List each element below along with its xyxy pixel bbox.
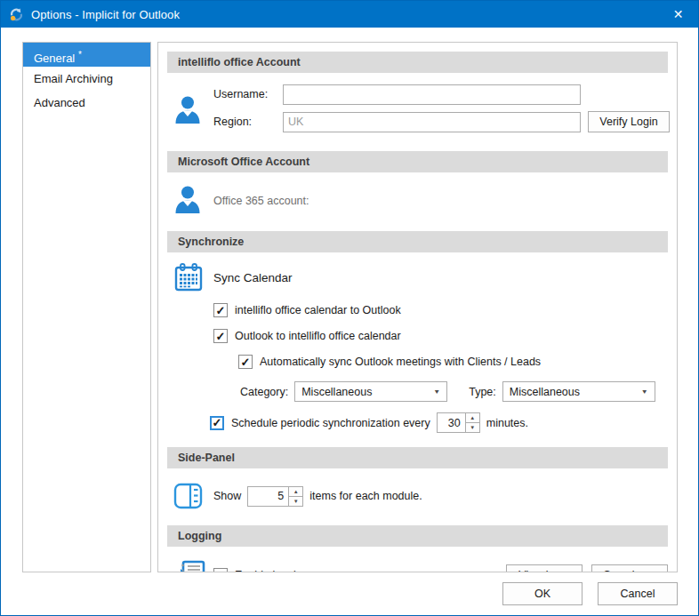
checkbox-row-outlook-to-io: ✓ Outlook to intelliflo office calendar xyxy=(213,327,668,345)
intelliflo-account-block: Username: Region: Verify Login xyxy=(167,84,668,139)
show-suffix: items for each module. xyxy=(309,490,422,502)
check-icon: ✓ xyxy=(241,356,251,368)
section-header-microsoft-account: Microsoft Office Account xyxy=(167,151,668,172)
chevron-down-icon: ▼ xyxy=(433,388,440,396)
stepper-down-icon[interactable]: ▼ xyxy=(288,496,303,507)
side-panel-block: Show 5 ▲ ▼ items for each module. xyxy=(167,479,668,513)
category-type-row: Category: Miscellaneous ▼ Type: Miscella… xyxy=(240,381,668,402)
options-panel: intelliflo office Account Username: xyxy=(157,42,678,572)
stepper-up-icon[interactable]: ▲ xyxy=(465,412,480,422)
type-select[interactable]: Miscellaneous ▼ xyxy=(502,381,655,402)
type-label: Type: xyxy=(469,386,496,398)
check-icon: ✓ xyxy=(216,570,226,573)
schedule-sync-checkbox[interactable]: ✓ xyxy=(210,416,224,430)
options-dialog: Options - Implicit for Outlook ✕ General… xyxy=(0,0,699,616)
check-icon: ✓ xyxy=(213,417,222,428)
checkbox-row-auto-sync: ✓ Automatically sync Outlook meetings wi… xyxy=(238,353,668,371)
outlook-to-io-calendar-label: Outlook to intelliflo office calendar xyxy=(235,330,401,342)
io-calendar-to-outlook-label: intelliflo office calendar to Outlook xyxy=(235,304,401,316)
titlebar: Options - Implicit for Outlook ✕ xyxy=(1,1,698,28)
minutes-value[interactable]: 30 xyxy=(437,412,465,433)
category-label: Category: xyxy=(240,386,288,398)
region-label: Region: xyxy=(213,116,283,128)
account-fields: Username: Region: Verify Login xyxy=(213,84,670,139)
check-icon: ✓ xyxy=(216,305,226,316)
type-selected-value: Miscellaneous xyxy=(510,386,580,398)
sidebar: General * Email Archiving Advanced xyxy=(22,42,151,572)
region-row: Region: Verify Login xyxy=(213,111,670,132)
schedule-sync-row: ✓ Schedule periodic synchronization ever… xyxy=(210,412,668,433)
sidebar-item-email-archiving-label: Email Archiving xyxy=(34,72,113,85)
dialog-content: General * Email Archiving Advanced intel… xyxy=(1,28,698,615)
modified-marker: * xyxy=(78,50,82,60)
items-count-value[interactable]: 5 xyxy=(247,486,288,507)
user-icon xyxy=(167,184,213,218)
username-input[interactable] xyxy=(283,84,581,105)
sidebar-item-general[interactable]: General * xyxy=(23,43,150,67)
io-calendar-to-outlook-checkbox[interactable]: ✓ xyxy=(213,303,228,317)
region-input[interactable] xyxy=(283,112,581,132)
show-label: Show xyxy=(213,490,241,502)
logging-icon xyxy=(167,559,213,572)
category-select[interactable]: Miscellaneous ▼ xyxy=(294,381,447,402)
view-logs-button[interactable]: View Logs xyxy=(506,564,582,572)
username-label: Username: xyxy=(213,88,283,100)
sidebar-item-general-label: General xyxy=(34,52,75,65)
stepper-up-icon[interactable]: ▲ xyxy=(288,486,303,496)
side-panel-icon xyxy=(167,482,213,510)
sidebar-item-advanced[interactable]: Advanced xyxy=(23,91,150,115)
auto-sync-meetings-label: Automatically sync Outlook meetings with… xyxy=(260,356,541,368)
sidebar-item-email-archiving[interactable]: Email Archiving xyxy=(23,67,150,91)
outlook-to-io-calendar-checkbox[interactable]: ✓ xyxy=(213,329,228,343)
user-icon xyxy=(167,94,213,128)
section-header-synchronize: Synchronize xyxy=(167,231,668,252)
office365-account-label: Office 365 account: xyxy=(213,195,309,207)
checkbox-row-io-to-outlook: ✓ intelliflo office calendar to Outlook xyxy=(213,301,668,319)
sync-calendar-label: Sync Calendar xyxy=(213,271,293,284)
logging-block: ✓ Enable logging View Logs Save Logs xyxy=(167,557,668,572)
verify-login-button[interactable]: Verify Login xyxy=(588,111,670,132)
enable-logging-checkbox[interactable]: ✓ xyxy=(213,568,228,572)
window-title: Options - Implicit for Outlook xyxy=(31,8,180,21)
check-icon: ✓ xyxy=(216,331,226,342)
username-row: Username: xyxy=(213,84,670,105)
category-selected-value: Miscellaneous xyxy=(301,386,372,398)
section-header-logging: Logging xyxy=(167,525,668,547)
sidebar-item-advanced-label: Advanced xyxy=(34,96,85,109)
app-sync-icon xyxy=(9,7,24,22)
schedule-sync-label: Schedule periodic synchronization every xyxy=(231,417,430,429)
close-button[interactable]: ✕ xyxy=(658,1,698,28)
save-logs-button[interactable]: Save Logs xyxy=(591,564,668,572)
cancel-button[interactable]: Cancel xyxy=(598,582,678,605)
ok-button[interactable]: OK xyxy=(502,582,582,605)
schedule-sync-suffix: minutes. xyxy=(486,417,528,429)
minutes-stepper[interactable]: 30 ▲ ▼ xyxy=(437,412,480,433)
stepper-down-icon[interactable]: ▼ xyxy=(465,422,480,433)
items-stepper[interactable]: 5 ▲ ▼ xyxy=(247,486,303,507)
enable-logging-label: Enable logging xyxy=(235,569,309,572)
chevron-down-icon: ▼ xyxy=(641,388,648,396)
section-header-side-panel: Side-Panel xyxy=(167,447,668,468)
calendar-icon xyxy=(167,261,213,293)
sync-calendar-block: Sync Calendar xyxy=(167,261,668,293)
auto-sync-meetings-checkbox[interactable]: ✓ xyxy=(238,355,253,369)
section-header-intelliflo-account: intelliflo office Account xyxy=(167,52,668,73)
microsoft-account-block: Office 365 account: xyxy=(167,183,668,219)
